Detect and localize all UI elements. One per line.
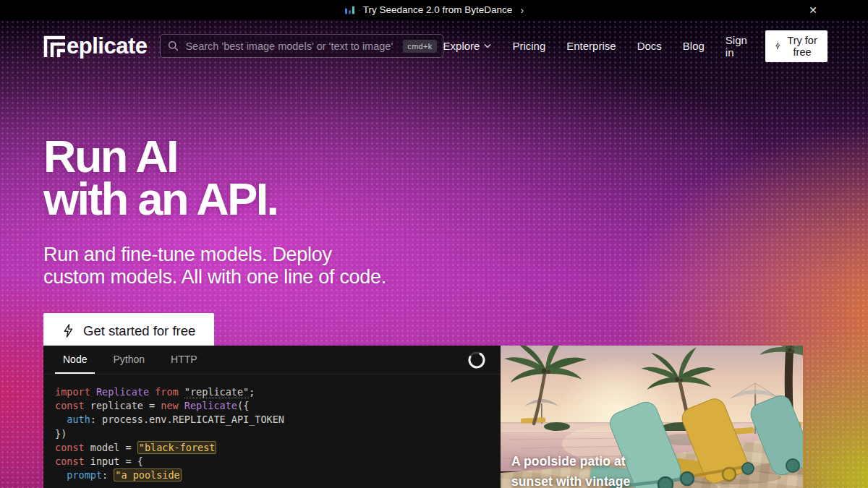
lightning-icon xyxy=(775,40,780,51)
nav-item-docs[interactable]: Docs xyxy=(637,40,662,52)
search-input[interactable] xyxy=(185,40,396,52)
logo-text: eplicate xyxy=(67,35,147,56)
main-nav: eplicate cmd+k Explore Pricing Ent xyxy=(0,20,868,72)
close-icon[interactable]: ✕ xyxy=(803,0,823,20)
nav-item-enterprise[interactable]: Enterprise xyxy=(566,40,616,52)
replicate-homepage: Try Seedance 2.0 from ByteDance › ✕ epli… xyxy=(0,0,868,488)
hero-subtitle: Run and fine-tune models. Deploy custom … xyxy=(43,244,386,288)
sign-in-link[interactable]: Sign in xyxy=(726,34,747,59)
code-editor[interactable]: import Replicate from "replicate";const … xyxy=(43,374,501,482)
bar-chart-icon xyxy=(344,4,357,15)
get-started-button[interactable]: Get started for free xyxy=(43,313,214,349)
banner-link[interactable]: Try Seedance 2.0 from ByteDance › xyxy=(344,4,524,15)
gradient-background: eplicate cmd+k Explore Pricing Ent xyxy=(0,20,868,488)
nav-links: Explore Pricing Enterprise Docs Blog Sig… xyxy=(443,30,827,62)
announcement-banner: Try Seedance 2.0 from ByteDance › ✕ xyxy=(0,0,868,20)
banner-text: Try Seedance 2.0 from ByteDance xyxy=(363,4,513,15)
nav-item-explore[interactable]: Explore xyxy=(443,40,492,52)
lightning-icon xyxy=(62,324,74,338)
replicate-mark-icon xyxy=(43,35,65,57)
hero-title: Run AI with an API. xyxy=(43,135,386,221)
search-icon xyxy=(168,40,179,51)
chevron-right-icon: › xyxy=(520,4,524,15)
tab-http[interactable]: HTTP xyxy=(163,346,205,374)
loading-spinner-icon xyxy=(467,351,486,369)
code-language-tabs: Node Python HTTP xyxy=(43,346,501,374)
replicate-logo[interactable]: eplicate xyxy=(43,35,147,57)
search-bar[interactable]: cmd+k xyxy=(160,34,443,58)
nav-item-pricing[interactable]: Pricing xyxy=(512,40,545,52)
chevron-down-icon xyxy=(484,43,491,48)
tab-python[interactable]: Python xyxy=(105,346,153,374)
try-for-free-button[interactable]: Try for free xyxy=(765,30,827,62)
keyboard-shortcut-badge: cmd+k xyxy=(403,40,436,53)
hero-section: Run AI with an API. Run and fine-tune mo… xyxy=(43,135,386,349)
code-column: Node Python HTTP import Replicate from "… xyxy=(43,346,501,488)
nav-item-blog[interactable]: Blog xyxy=(683,40,705,52)
tab-node[interactable]: Node xyxy=(55,346,95,374)
code-demo-panel: Node Python HTTP import Replicate from "… xyxy=(43,346,803,488)
image-prompt-caption: A poolside patio at sunset with vintage xyxy=(511,451,630,488)
generated-image-preview: A poolside patio at sunset with vintage xyxy=(501,346,803,488)
